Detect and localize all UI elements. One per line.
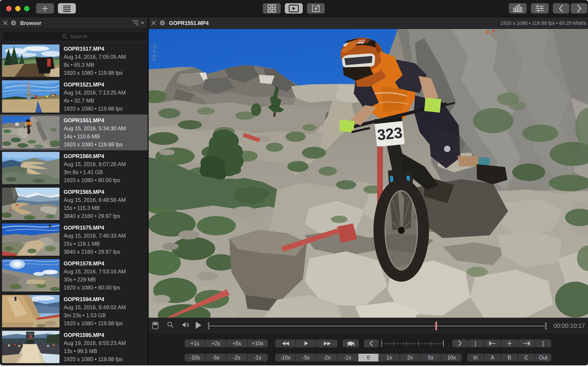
- svg-text:323: 323: [376, 124, 403, 143]
